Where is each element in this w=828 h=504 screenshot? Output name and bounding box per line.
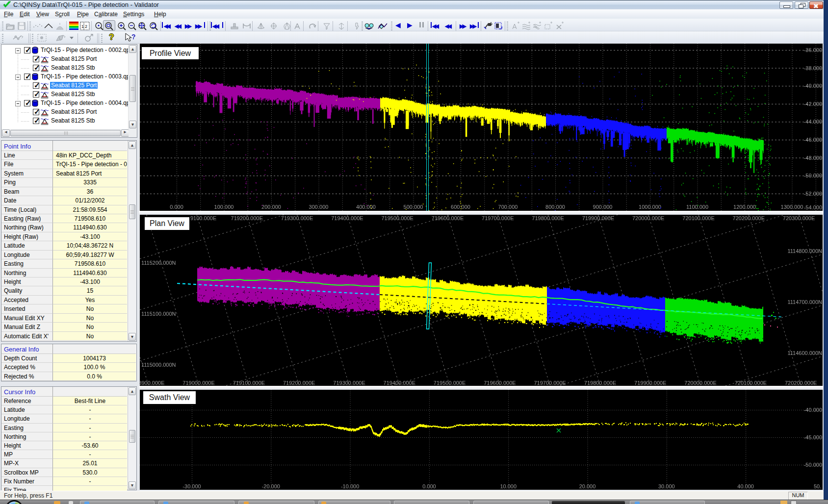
svg-text:2: 2	[85, 24, 87, 29]
svg-text:1: 1	[81, 24, 84, 29]
svg-text:?: ?	[131, 33, 136, 41]
